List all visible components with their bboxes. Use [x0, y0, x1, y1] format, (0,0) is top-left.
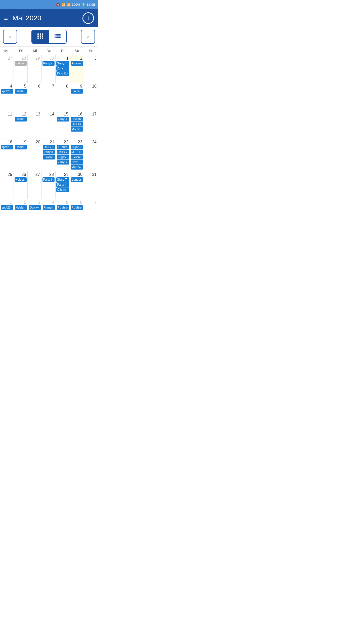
event-label[interactable]: Quicky: [29, 205, 41, 210]
list-view-button[interactable]: [49, 30, 66, 43]
day-cell[interactable]: 20: [28, 139, 42, 171]
day-cell[interactable]: 4spot25: [0, 83, 14, 111]
event-label[interactable]: spot25: [1, 145, 13, 149]
day-cell[interactable]: 23Night P#HRDFElektrcNow!Männe: [70, 139, 84, 171]
event-label[interactable]: One Ni: [71, 122, 83, 127]
day-cell[interactable]: 6: [28, 83, 42, 111]
event-label[interactable]: Hiveah: [71, 117, 83, 122]
day-number: 21: [43, 140, 55, 145]
app-header: ≡ Mai 2020 +: [0, 9, 98, 27]
day-number: 25: [1, 172, 13, 177]
day-cell[interactable]: 17: [84, 111, 98, 139]
day-cell[interactable]: 25: [0, 171, 14, 199]
day-cell[interactable]: 30Londor: [70, 171, 84, 199]
day-cell[interactable]: 30Party ir: [42, 55, 56, 83]
day-cell[interactable]: 29: [28, 55, 41, 83]
event-label[interactable]: 7 Jahre: [57, 145, 69, 149]
day-cell[interactable]: 1Sissy ThZurichKing Ko: [56, 55, 70, 83]
event-label[interactable]: Party ir: [57, 117, 69, 122]
day-cell[interactable]: 12Helder: [14, 111, 28, 139]
event-label[interactable]: 7 Jahre: [71, 205, 83, 210]
chevron-right-icon: ›: [87, 33, 89, 40]
event-label[interactable]: Sissy Th: [56, 177, 69, 182]
day-cell[interactable]: 5Helder: [14, 83, 28, 111]
event-label[interactable]: Elektrc: [71, 155, 83, 159]
day-cell[interactable]: 227 JahreHell's kFrigayParty ir: [56, 139, 70, 171]
day-cell[interactable]: 27: [28, 171, 41, 199]
day-cell[interactable]: 28Helder: [14, 55, 28, 83]
day-cell[interactable]: 26Helder: [14, 171, 28, 199]
day-cell[interactable]: 28Party ir: [42, 171, 56, 199]
event-label[interactable]: Helder: [15, 145, 27, 149]
menu-button[interactable]: ≡: [4, 14, 8, 22]
day-cell[interactable]: 57 Jahre: [56, 199, 70, 227]
day-cell[interactable]: 11: [0, 111, 14, 139]
event-label[interactable]: Moulin: [71, 127, 83, 132]
day-cell[interactable]: 24: [84, 139, 98, 171]
event-label[interactable]: spot25: [1, 205, 13, 210]
event-label[interactable]: Helder: [15, 117, 27, 122]
day-cell[interactable]: 13: [28, 111, 42, 139]
week-row-1: 4spot255Helder6789Secret10: [0, 83, 98, 111]
event-label[interactable]: Party ir: [42, 61, 55, 66]
add-event-button[interactable]: +: [82, 12, 94, 24]
prev-month-button[interactable]: ‹: [3, 30, 17, 44]
status-bar: 🔇 📶 📶 100% 🔋 14:05: [0, 0, 98, 9]
calendar-container: MoDiMiDoFrSaSo 2728Helder2930Party ir1Si…: [0, 47, 98, 227]
event-label[interactable]: Helder: [15, 89, 27, 94]
event-label[interactable]: Secret: [71, 89, 83, 94]
day-number: 22: [57, 140, 69, 145]
event-label[interactable]: Night P: [71, 145, 83, 149]
event-label[interactable]: Frigay: [57, 155, 69, 159]
event-label[interactable]: King Ko: [56, 71, 69, 76]
day-cell[interactable]: 29Sissy ThParty irOffstre: [56, 171, 70, 199]
event-label[interactable]: Party ir: [57, 160, 69, 165]
day-cell[interactable]: 3: [84, 55, 98, 83]
next-month-button[interactable]: ›: [81, 30, 95, 44]
day-cell[interactable]: 67 Jahre: [70, 199, 84, 227]
event-label[interactable]: Männe: [71, 165, 83, 170]
event-label[interactable]: Party ir: [42, 177, 55, 182]
event-label[interactable]: #HRDF: [71, 150, 83, 154]
event-label[interactable]: Helder: [15, 205, 27, 210]
day-cell[interactable]: 27: [0, 55, 14, 83]
day-cell[interactable]: 3Quicky: [28, 199, 42, 227]
day-cell[interactable]: 16HiveahOne NiMoulin: [70, 111, 84, 139]
calendar-view-button[interactable]: [32, 30, 49, 43]
day-cell[interactable]: 21Oh G! IParty irElektrc: [42, 139, 56, 171]
day-cell[interactable]: 2Absolu: [70, 55, 84, 83]
day-cell[interactable]: 15Party ir: [56, 111, 70, 139]
event-label[interactable]: Helder: [15, 177, 27, 182]
battery-label: 100%: [72, 3, 80, 7]
event-label[interactable]: Hell's k: [57, 150, 69, 154]
event-label[interactable]: Absolu: [71, 61, 83, 66]
event-label[interactable]: Londor: [71, 177, 83, 182]
day-cell[interactable]: 8: [56, 83, 70, 111]
event-label[interactable]: Offstre: [56, 187, 69, 192]
event-label[interactable]: Now!: [71, 160, 83, 165]
day-cell[interactable]: 4Frauen: [42, 199, 56, 227]
day-cell[interactable]: 19Helder: [14, 139, 28, 171]
event-label[interactable]: Oh G! I: [43, 145, 55, 149]
event-label[interactable]: Party ir: [43, 150, 55, 154]
day-cell[interactable]: 9Secret: [70, 83, 84, 111]
event-label[interactable]: Party ir: [56, 182, 69, 187]
day-number: 18: [1, 140, 13, 145]
day-cell[interactable]: 18spot25: [0, 139, 14, 171]
day-cell[interactable]: 10: [84, 83, 98, 111]
day-cell[interactable]: 31: [84, 171, 98, 199]
day-cell[interactable]: 14: [42, 111, 56, 139]
event-label[interactable]: Zurich: [56, 66, 69, 71]
day-cell[interactable]: 7: [84, 199, 98, 227]
day-number: 11: [1, 112, 13, 117]
calendar: MoDiMiDoFrSaSo 2728Helder2930Party ir1Si…: [0, 47, 98, 227]
day-cell[interactable]: 1spot25: [0, 199, 14, 227]
event-label[interactable]: 7 Jahre: [57, 205, 69, 210]
day-cell[interactable]: 7: [42, 83, 56, 111]
event-label[interactable]: Frauen: [43, 205, 55, 210]
event-label[interactable]: Sissy Th: [56, 61, 69, 66]
event-label[interactable]: Elektrc: [43, 155, 55, 159]
day-cell[interactable]: 2Helder: [14, 199, 28, 227]
event-label[interactable]: spot25: [1, 89, 13, 94]
event-label[interactable]: Helder: [15, 61, 27, 66]
